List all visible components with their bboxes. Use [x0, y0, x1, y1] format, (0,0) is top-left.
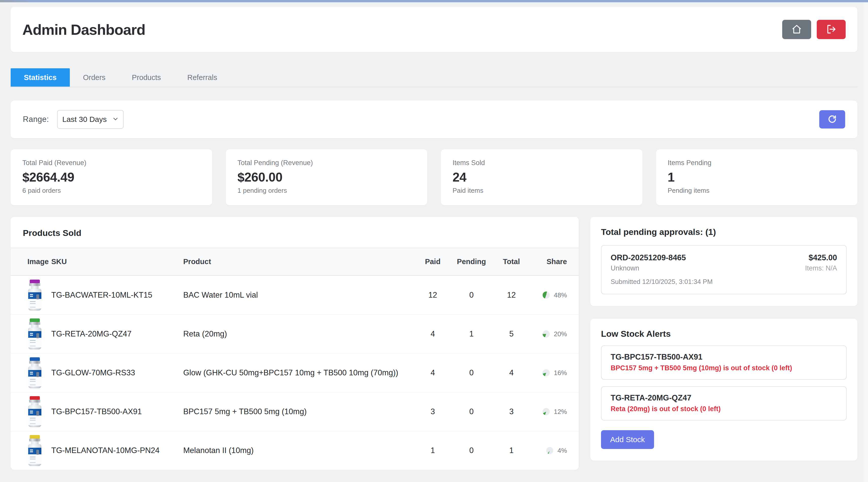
low-stock-alert[interactable]: TG-RETA-20MG-QZ47 Reta (20mg) is out of … [601, 386, 847, 421]
stat-sub: 6 paid orders [22, 187, 200, 194]
product-cell: BPC157 5mg + TB500 5mg (10mg) [183, 407, 415, 416]
stat-sub: Pending items [668, 187, 846, 194]
share-percent: 16% [554, 369, 567, 377]
share-percent: 4% [557, 447, 567, 455]
low-stock-panel: Low Stock Alerts TG-BPC157-TB500-AX91 BP… [590, 319, 857, 461]
page-root: Admin Dashboard Statistics Orders [0, 2, 868, 470]
vial-image [27, 435, 42, 466]
stat-label: Total Paid (Revenue) [22, 159, 200, 167]
col-header-image: Image [11, 258, 51, 266]
total-cell: 5 [492, 329, 530, 338]
order-submitted: Submitted 12/10/2025, 3:01:34 PM [611, 278, 837, 286]
tab-referrals[interactable]: Referrals [174, 68, 230, 87]
product-cell: BAC Water 10mL vial [183, 291, 415, 300]
alert-sku: TG-RETA-20MG-QZ47 [611, 393, 837, 402]
share-percent: 12% [554, 408, 567, 416]
logout-button[interactable] [817, 20, 846, 39]
table-row[interactable]: TG-GLOW-70MG-RS33 Glow (GHK-CU 50mg+BPC1… [11, 353, 579, 392]
total-cell: 4 [492, 368, 530, 378]
tab-products[interactable]: Products [119, 68, 174, 87]
approval-card[interactable]: ORD-20251209-8465 $425.00 Unknown Items:… [601, 245, 847, 294]
share-percent: 48% [554, 291, 567, 299]
sku-cell: TG-BPC157-TB500-AX91 [51, 407, 183, 416]
header-actions [782, 20, 846, 39]
stat-sub: Paid items [453, 187, 631, 194]
share-pie-icon [542, 330, 550, 337]
stat-value: 1 [668, 170, 846, 185]
low-stock-title: Low Stock Alerts [601, 329, 847, 339]
sku-cell: TG-BACWATER-10ML-KT15 [51, 291, 183, 300]
stat-card-items-pending: Items Pending 1 Pending items [656, 149, 858, 205]
low-stock-alert[interactable]: TG-BPC157-TB500-AX91 BPC157 5mg + TB500 … [601, 345, 847, 380]
range-label: Range: [23, 115, 49, 124]
share-cell: 20% [530, 330, 579, 338]
stat-card-total-paid: Total Paid (Revenue) $2664.49 6 paid ord… [11, 149, 212, 205]
stat-cards: Total Paid (Revenue) $2664.49 6 paid ord… [11, 149, 857, 205]
refresh-button[interactable] [819, 110, 845, 128]
product-cell: Melanotan II (10mg) [183, 446, 415, 455]
col-header-share: Share [530, 258, 579, 266]
main-content: Products Sold Image SKU Product Paid Pen… [11, 217, 857, 470]
col-header-sku: SKU [51, 258, 183, 266]
pending-cell: 0 [451, 291, 492, 300]
range-select-value: Last 30 Days [62, 115, 106, 124]
share-cell: 4% [530, 447, 579, 455]
add-stock-button[interactable]: Add Stock [601, 430, 654, 449]
logout-icon [826, 24, 836, 35]
home-icon [792, 24, 802, 35]
paid-cell: 4 [415, 368, 451, 378]
products-sold-card: Products Sold Image SKU Product Paid Pen… [11, 217, 579, 470]
table-row[interactable]: TG-RETA-20MG-QZ47 Reta (20mg) 4 1 5 20% [11, 314, 579, 353]
share-cell: 48% [530, 291, 579, 299]
stat-card-total-pending: Total Pending (Revenue) $260.00 1 pendin… [226, 149, 427, 205]
paid-cell: 4 [415, 329, 451, 338]
total-cell: 12 [492, 291, 530, 300]
alert-message: BPC157 5mg + TB500 5mg (10mg) is out of … [611, 364, 837, 372]
table-row[interactable]: TG-BACWATER-10ML-KT15 BAC Water 10mL via… [11, 275, 579, 314]
range-select[interactable]: Last 30 Days [57, 110, 124, 129]
tab-statistics[interactable]: Statistics [11, 68, 70, 87]
range-filter-card: Range: Last 30 Days [11, 100, 857, 138]
total-cell: 3 [492, 407, 530, 416]
share-pie-icon [542, 292, 550, 299]
stat-card-items-sold: Items Sold 24 Paid items [441, 149, 642, 205]
vertical-scrollbar[interactable] [863, 2, 868, 482]
tab-orders[interactable]: Orders [70, 68, 119, 87]
order-items: Items: N/A [805, 264, 837, 272]
product-image-cell [11, 435, 51, 466]
order-id: ORD-20251209-8465 [611, 253, 686, 262]
share-pie-icon [546, 447, 553, 454]
table-header-row: Image SKU Product Paid Pending Total Sha… [11, 248, 579, 275]
paid-cell: 12 [415, 291, 451, 300]
paid-cell: 1 [415, 446, 451, 455]
stat-label: Items Sold [453, 159, 631, 167]
pending-cell: 0 [451, 407, 492, 416]
vial-image [27, 280, 42, 310]
top-accent-bar [0, 0, 868, 2]
pending-cell: 0 [451, 446, 492, 455]
product-cell: Glow (GHK-CU 50mg+BPC157 10mg + TB500 10… [183, 368, 415, 378]
product-image-cell [11, 280, 51, 310]
sku-cell: TG-GLOW-70MG-RS33 [51, 368, 183, 378]
header: Admin Dashboard [11, 7, 857, 52]
tab-bar: Statistics Orders Products Referrals [11, 68, 857, 87]
total-cell: 1 [492, 446, 530, 455]
table-row[interactable]: TG-BPC157-TB500-AX91 BPC157 5mg + TB500 … [11, 392, 579, 431]
product-image-cell [11, 319, 51, 350]
vial-image [27, 396, 42, 427]
paid-cell: 3 [415, 407, 451, 416]
vial-image [27, 319, 42, 350]
alert-message: Reta (20mg) is out of stock (0 left) [611, 405, 837, 413]
table-row[interactable]: TG-MELANOTAN-10MG-PN24 Melanotan II (10m… [11, 431, 579, 470]
col-header-pending: Pending [451, 258, 492, 266]
home-button[interactable] [782, 20, 811, 39]
sku-cell: TG-RETA-20MG-QZ47 [51, 329, 183, 338]
share-pie-icon [542, 408, 550, 415]
order-amount: $425.00 [809, 253, 837, 262]
col-header-paid: Paid [415, 258, 451, 266]
pending-approvals-title: Total pending approvals: (1) [601, 227, 847, 237]
order-customer: Unknown [611, 264, 639, 272]
stat-sub: 1 pending orders [238, 187, 416, 194]
product-cell: Reta (20mg) [183, 329, 415, 338]
share-cell: 12% [530, 408, 579, 416]
